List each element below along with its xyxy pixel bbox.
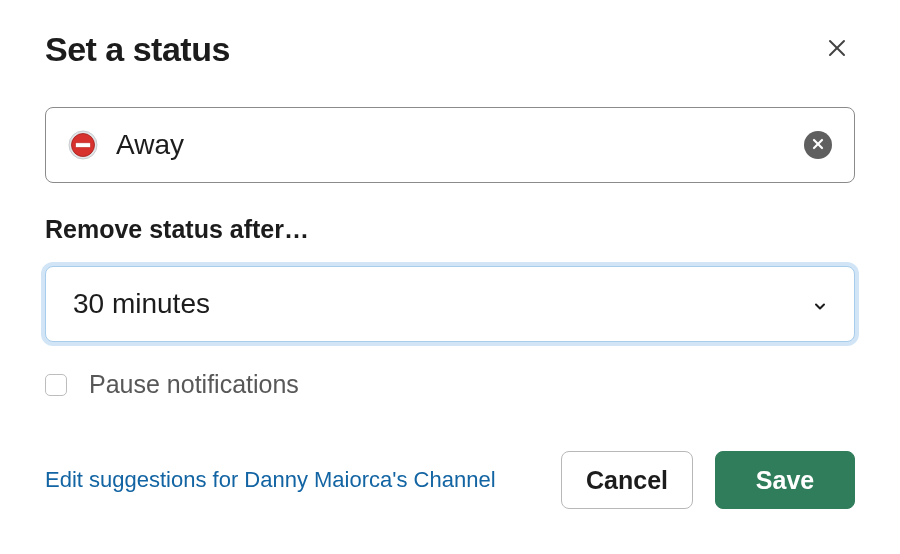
modal-header: Set a status [45,30,855,69]
edit-suggestions-link[interactable]: Edit suggestions for Danny Maiorca's Cha… [45,467,496,493]
pause-notifications-label: Pause notifications [89,370,299,399]
x-icon [811,137,825,154]
svg-rect-5 [76,143,91,148]
pause-notifications-checkbox[interactable] [45,374,67,396]
clear-status-button[interactable] [804,131,832,159]
save-button[interactable]: Save [715,451,855,509]
duration-select[interactable]: 30 minutes [45,266,855,342]
duration-label: Remove status after… [45,215,855,244]
duration-select-wrapper: 30 minutes [45,266,855,342]
pause-notifications-row: Pause notifications [45,370,855,399]
status-text-input[interactable] [116,129,804,161]
footer-buttons: Cancel Save [561,451,855,509]
no-entry-icon[interactable] [68,130,98,160]
duration-selected-value: 30 minutes [73,288,210,320]
cancel-button[interactable]: Cancel [561,451,693,509]
modal-title: Set a status [45,30,230,69]
status-input-wrapper[interactable] [45,107,855,183]
close-button[interactable] [819,30,855,69]
modal-footer: Edit suggestions for Danny Maiorca's Cha… [45,451,855,509]
chevron-down-icon [813,288,827,320]
close-icon [825,36,849,63]
